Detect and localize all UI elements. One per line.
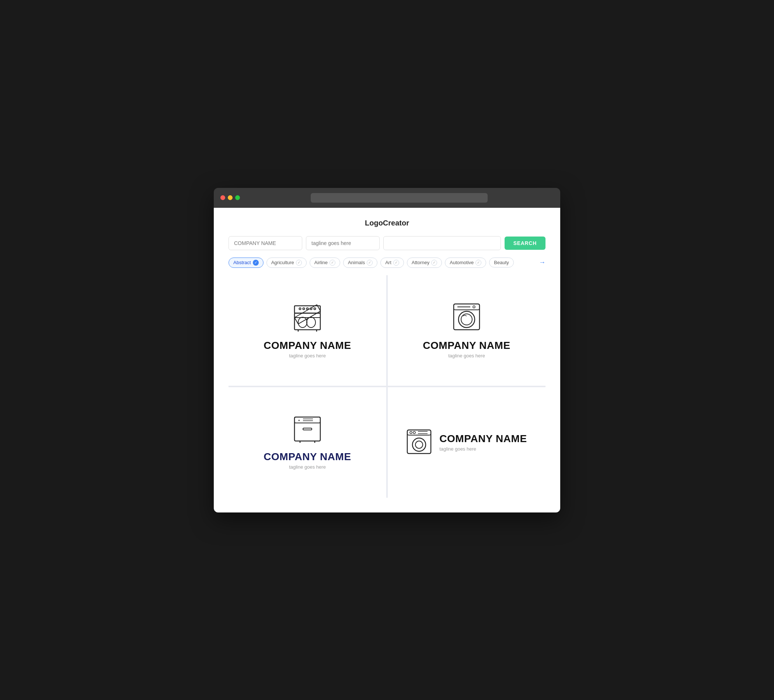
close-dot[interactable] bbox=[220, 195, 225, 200]
search-row: SEARCH bbox=[228, 236, 546, 250]
svg-point-34 bbox=[415, 441, 423, 448]
logo-icon-2 bbox=[452, 302, 481, 333]
logo-icon-4 bbox=[406, 429, 432, 456]
logo-tagline-2: tagline goes here bbox=[448, 353, 485, 358]
check-icon-art: ✓ bbox=[393, 260, 399, 266]
filter-chip-automotive[interactable]: Automotive ✓ bbox=[445, 258, 486, 268]
svg-point-9 bbox=[298, 317, 307, 327]
filter-next-arrow[interactable]: → bbox=[539, 259, 546, 266]
maximize-dot[interactable] bbox=[235, 195, 240, 200]
svg-point-10 bbox=[307, 317, 316, 327]
svg-point-5 bbox=[307, 308, 309, 310]
svg-rect-28 bbox=[407, 430, 431, 435]
check-icon-animals: ✓ bbox=[367, 260, 373, 266]
svg-text:✦: ✦ bbox=[298, 419, 300, 422]
filter-label-beauty: Beauty bbox=[494, 260, 509, 265]
filter-label-attorney: Attorney bbox=[412, 260, 429, 265]
logo-text-block-4: COMPANY NAME tagline goes here bbox=[439, 433, 527, 452]
search-button[interactable]: SEARCH bbox=[504, 236, 546, 250]
address-bar[interactable] bbox=[311, 193, 488, 203]
svg-point-33 bbox=[412, 438, 426, 451]
logo-company-name-1: COMPANY NAME bbox=[263, 340, 351, 352]
svg-rect-24 bbox=[303, 428, 312, 430]
filter-chip-agriculture[interactable]: Agriculture ✓ bbox=[266, 258, 307, 268]
check-icon-airline: ✓ bbox=[329, 260, 336, 266]
filter-chip-beauty[interactable]: Beauty bbox=[489, 258, 513, 267]
check-icon-abstract: ✓ bbox=[253, 260, 259, 266]
filter-label-animals: Animals bbox=[348, 260, 365, 265]
logo-company-name-4: COMPANY NAME bbox=[439, 433, 527, 445]
logo-card-2[interactable]: COMPANY NAME tagline goes here bbox=[388, 275, 546, 386]
browser-toolbar bbox=[214, 188, 560, 208]
filter-row: Abstract ✓ Agriculture ✓ Airline ✓ Anima… bbox=[228, 258, 546, 268]
check-icon-attorney: ✓ bbox=[431, 260, 437, 266]
svg-point-18 bbox=[461, 314, 472, 325]
filter-label-airline: Airline bbox=[314, 260, 327, 265]
logo-icon-3: ✦ bbox=[293, 415, 322, 444]
filter-label-abstract: Abstract bbox=[233, 260, 251, 265]
browser-window: LogoCreator SEARCH Abstract ✓ Agricultur… bbox=[214, 188, 560, 512]
logos-grid: COMPANY NAME tagline goes here bbox=[228, 275, 546, 498]
filter-chip-animals[interactable]: Animals ✓ bbox=[343, 258, 377, 268]
filter-chip-airline[interactable]: Airline ✓ bbox=[309, 258, 340, 268]
filter-chip-art[interactable]: Art ✓ bbox=[380, 258, 404, 268]
logo-card-3[interactable]: ✦ COMPANY NAME tagline goes here bbox=[228, 387, 386, 498]
logo-card-4[interactable]: COMPANY NAME tagline goes here bbox=[388, 387, 546, 498]
svg-point-7 bbox=[314, 308, 316, 310]
logo-icon-1 bbox=[291, 302, 324, 333]
check-icon-agriculture: ✓ bbox=[296, 260, 302, 266]
window-controls bbox=[220, 195, 240, 200]
logo-card-1[interactable]: COMPANY NAME tagline goes here bbox=[228, 275, 386, 386]
logo-company-name-2: COMPANY NAME bbox=[423, 340, 510, 352]
extra-search-input[interactable] bbox=[383, 236, 501, 250]
svg-point-29 bbox=[410, 431, 412, 434]
filter-chip-attorney[interactable]: Attorney ✓ bbox=[407, 258, 442, 268]
logo-company-name-3: COMPANY NAME bbox=[263, 451, 351, 463]
logo-tagline-4: tagline goes here bbox=[439, 446, 527, 452]
check-icon-automotive: ✓ bbox=[475, 260, 481, 266]
filter-label-automotive: Automotive bbox=[450, 260, 474, 265]
svg-point-30 bbox=[413, 431, 415, 434]
filter-chip-abstract[interactable]: Abstract ✓ bbox=[228, 258, 263, 268]
minimize-dot[interactable] bbox=[228, 195, 233, 200]
filter-label-art: Art bbox=[385, 260, 392, 265]
svg-point-16 bbox=[473, 306, 475, 308]
logo-tagline-3: tagline goes here bbox=[289, 464, 326, 470]
logo-tagline-1: tagline goes here bbox=[289, 353, 326, 358]
company-name-input[interactable] bbox=[228, 236, 302, 250]
filter-label-agriculture: Agriculture bbox=[271, 260, 294, 265]
app-title: LogoCreator bbox=[228, 219, 546, 227]
tagline-input[interactable] bbox=[306, 236, 380, 250]
svg-rect-13 bbox=[454, 304, 480, 330]
svg-point-4 bbox=[303, 308, 305, 310]
svg-point-3 bbox=[299, 308, 301, 310]
app-container: LogoCreator SEARCH Abstract ✓ Agricultur… bbox=[214, 208, 560, 512]
svg-point-6 bbox=[310, 308, 312, 310]
